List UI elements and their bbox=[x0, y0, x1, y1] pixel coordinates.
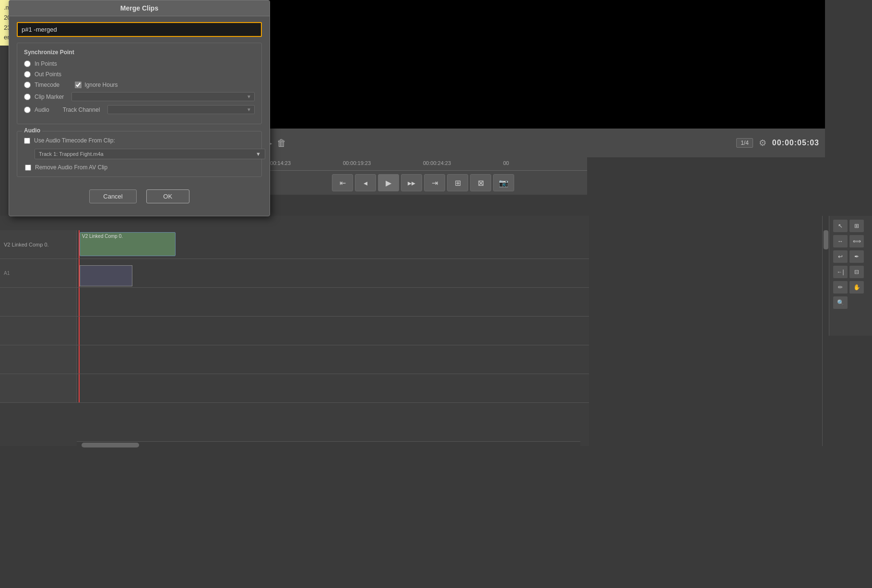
remove-audio-label: Remove Audio From AV Clip bbox=[35, 164, 107, 171]
dialog-body: Synchronize Point In Points Out Points T… bbox=[9, 16, 270, 216]
track-channel-dropdown[interactable]: ▼ bbox=[107, 105, 255, 114]
clip-marker-row: Clip Marker ▼ bbox=[24, 92, 255, 101]
sync-group-title: Synchronize Point bbox=[24, 49, 255, 56]
in-points-row: In Points bbox=[24, 60, 255, 67]
timecode-label: Timecode bbox=[35, 82, 59, 88]
clip-marker-dropdown[interactable]: ▼ bbox=[71, 92, 255, 101]
dialog-overlay: Merge Clips Synchronize Point In Points … bbox=[0, 0, 872, 588]
audio-track-arrow: ▼ bbox=[256, 151, 261, 157]
ignore-hours-group: Ignore Hours bbox=[75, 82, 118, 88]
clip-name-input[interactable] bbox=[17, 22, 262, 37]
clip-marker-dropdown-arrow: ▼ bbox=[247, 94, 251, 99]
use-audio-timecode-label: Use Audio Timecode From Clip: bbox=[34, 137, 115, 144]
clip-marker-radio[interactable] bbox=[24, 94, 31, 100]
dialog-titlebar: Merge Clips bbox=[9, 0, 270, 16]
remove-audio-row: Remove Audio From AV Clip bbox=[24, 164, 255, 171]
track-channel-label: Track Channel bbox=[63, 106, 100, 113]
out-points-row: Out Points bbox=[24, 71, 255, 78]
track-channel-dropdown-arrow: ▼ bbox=[247, 107, 251, 112]
audio-track-dropdown[interactable]: Track 1: Trapped Fight.m4a ▼ bbox=[35, 149, 265, 159]
audio-group-title: Audio bbox=[22, 127, 42, 134]
dialog-buttons: Cancel OK bbox=[17, 185, 262, 210]
remove-audio-checkbox[interactable] bbox=[25, 165, 31, 171]
ok-button[interactable]: OK bbox=[146, 189, 189, 203]
out-points-radio[interactable] bbox=[24, 71, 31, 78]
audio-group: Audio Use Audio Timecode From Clip: Trac… bbox=[17, 131, 262, 177]
cancel-button[interactable]: Cancel bbox=[89, 189, 136, 203]
audio-radio[interactable] bbox=[24, 106, 31, 113]
timecode-row: Timecode Ignore Hours bbox=[24, 82, 255, 88]
out-points-label: Out Points bbox=[35, 71, 61, 78]
ignore-hours-label: Ignore Hours bbox=[84, 82, 118, 88]
ignore-hours-checkbox[interactable] bbox=[75, 82, 82, 88]
merge-clips-dialog: Merge Clips Synchronize Point In Points … bbox=[9, 0, 270, 216]
dialog-title: Merge Clips bbox=[120, 4, 158, 12]
use-audio-timecode-checkbox[interactable] bbox=[24, 138, 30, 144]
in-points-label: In Points bbox=[35, 60, 57, 67]
timecode-radio[interactable] bbox=[24, 82, 31, 88]
clip-marker-label: Clip Marker bbox=[35, 94, 64, 100]
audio-row: Audio Track Channel ▼ bbox=[24, 105, 255, 114]
in-points-radio[interactable] bbox=[24, 60, 31, 67]
use-audio-timecode-row: Use Audio Timecode From Clip: bbox=[24, 137, 255, 144]
sync-group: Synchronize Point In Points Out Points T… bbox=[17, 43, 262, 124]
audio-sync-label: Audio bbox=[35, 106, 49, 113]
audio-track-value: Track 1: Trapped Fight.m4a bbox=[39, 151, 104, 157]
